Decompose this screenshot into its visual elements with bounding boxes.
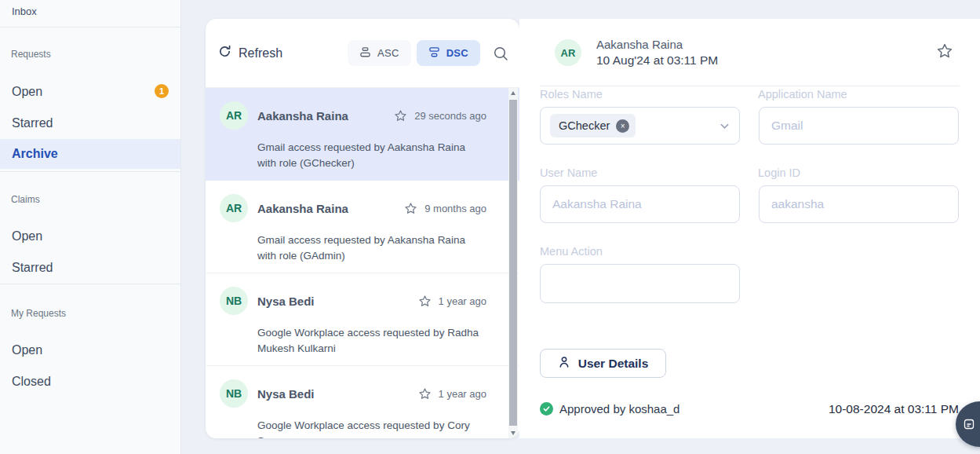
- request-list: AR Aakansha Raina 29 seconds ago Gmail a…: [206, 88, 519, 438]
- refresh-label: Refresh: [239, 46, 282, 60]
- list-toolbar: Refresh ASC D: [206, 19, 519, 88]
- star-icon[interactable]: [404, 202, 417, 215]
- avatar: NB: [220, 379, 248, 408]
- role-chip-label: GChecker: [559, 119, 610, 132]
- divider: [540, 86, 960, 86]
- requester-name: Nysa Bedi: [257, 295, 418, 308]
- menu-action-field[interactable]: [540, 264, 740, 303]
- request-list-item[interactable]: NB Nysa Bedi 1 year ago Google Workplace…: [206, 273, 519, 366]
- user-icon: [558, 356, 570, 372]
- roles-name-label: Roles Name: [540, 88, 603, 101]
- sort-asc-button[interactable]: ASC: [348, 40, 411, 66]
- sort-toggle: ASC DSC: [348, 40, 480, 66]
- user-name-label: User Name: [540, 167, 597, 179]
- sidebar-item-inbox[interactable]: Inbox: [0, 0, 180, 27]
- sidebar-item-my-requests-closed[interactable]: Closed: [0, 371, 180, 393]
- request-description: Gmail access requested by Aakansha Raina…: [257, 140, 486, 171]
- detail-request-datetime: 10 Aug'24 at 03:11 PM: [596, 53, 718, 68]
- request-list-item[interactable]: AR Aakansha Raina 9 months ago Gmail acc…: [206, 181, 519, 273]
- scroll-down-arrow[interactable]: [508, 427, 518, 438]
- role-chip: GChecker: [550, 114, 636, 137]
- avatar: AR: [220, 194, 248, 222]
- login-id-label: Login ID: [758, 167, 800, 179]
- sidebar-item-claims-starred[interactable]: Starred: [0, 257, 180, 279]
- user-name-input[interactable]: [541, 186, 739, 222]
- star-icon[interactable]: [418, 387, 432, 401]
- sidebar-item-requests-archive[interactable]: Archive: [0, 139, 180, 169]
- request-list-panel: Refresh ASC D: [206, 19, 519, 438]
- approved-by-text: Approved by koshaa_d: [559, 402, 679, 416]
- request-time: 9 months ago: [424, 203, 486, 214]
- request-list-item[interactable]: NB Nysa Bedi 1 year ago Google Workplace…: [206, 366, 519, 438]
- requester-name: Nysa Bedi: [257, 387, 418, 401]
- application-name-field-box: [759, 107, 959, 145]
- login-id-field-box: [759, 185, 959, 223]
- refresh-button[interactable]: Refresh: [218, 45, 282, 61]
- app-root: Inbox Requests Open 1 Starred Archive Cl…: [0, 0, 980, 454]
- user-details-button[interactable]: User Details: [540, 349, 666, 378]
- sidebar-section-requests: Requests: [0, 48, 180, 60]
- request-time: 1 year ago: [439, 388, 486, 400]
- scrollbar-thumb[interactable]: [509, 100, 517, 426]
- refresh-icon: [218, 45, 231, 61]
- user-name-field-box: [540, 185, 740, 223]
- scroll-up-arrow[interactable]: [508, 88, 518, 99]
- sort-dsc-label: DSC: [446, 47, 468, 59]
- request-time: 1 year ago: [439, 295, 486, 307]
- sidebar-item-my-requests-open[interactable]: Open: [0, 339, 180, 361]
- sort-dsc-button[interactable]: DSC: [417, 40, 480, 66]
- sidebar-section-my-requests: My Requests: [0, 307, 180, 320]
- sidebar-item-requests-starred[interactable]: Starred: [0, 112, 180, 134]
- divider: [0, 284, 180, 284]
- sidebar-item-requests-open[interactable]: Open: [0, 81, 180, 103]
- login-id-input[interactable]: [760, 186, 958, 222]
- avatar: AR: [220, 101, 248, 130]
- request-detail-panel: AR Aakansha Raina 10 Aug'24 at 03:11 PM …: [519, 19, 980, 438]
- application-name-label: Application Name: [758, 88, 847, 101]
- sidebar: Inbox Requests Open 1 Starred Archive Cl…: [0, 0, 181, 454]
- divider: [0, 171, 180, 172]
- approval-status: Approved by koshaa_d: [540, 402, 679, 416]
- user-details-label: User Details: [578, 357, 649, 371]
- request-description: Gmail access requested by Aakansha Raina…: [257, 232, 486, 264]
- sidebar-section-claims: Claims: [0, 193, 180, 206]
- list-scrollbar[interactable]: [508, 88, 518, 438]
- open-count-badge[interactable]: 1: [155, 84, 169, 98]
- sidebar-item-claims-open[interactable]: Open: [0, 225, 180, 247]
- roles-name-select[interactable]: GChecker: [540, 107, 740, 145]
- avatar: NB: [220, 287, 248, 315]
- star-icon[interactable]: [936, 42, 953, 63]
- requester-name: Aakansha Raina: [257, 109, 394, 123]
- star-icon[interactable]: [394, 109, 407, 123]
- chevron-down-icon: [720, 121, 730, 131]
- avatar: AR: [555, 39, 581, 66]
- search-icon[interactable]: [493, 46, 508, 61]
- request-time: 29 seconds ago: [414, 110, 486, 122]
- check-circle-icon: [540, 402, 553, 416]
- divider: [0, 27, 180, 27]
- star-icon[interactable]: [418, 295, 432, 308]
- request-description: Google Workplace access requested by Cor…: [257, 418, 486, 438]
- approved-datetime: 10-08-2024 at 03:11 PM: [829, 402, 959, 416]
- menu-action-label: Menu Action: [540, 245, 603, 258]
- sort-asc-icon: [359, 46, 371, 60]
- request-list-item[interactable]: AR Aakansha Raina 29 seconds ago Gmail a…: [206, 88, 519, 181]
- application-name-input[interactable]: [760, 108, 958, 144]
- sort-dsc-icon: [428, 46, 440, 60]
- requester-name: Aakansha Raina: [257, 202, 404, 215]
- request-description: Google Workplace access requested by Rad…: [257, 325, 486, 357]
- sort-asc-label: ASC: [377, 47, 399, 59]
- detail-requester-name: Aakansha Raina: [596, 38, 683, 51]
- remove-role-icon[interactable]: [616, 119, 629, 133]
